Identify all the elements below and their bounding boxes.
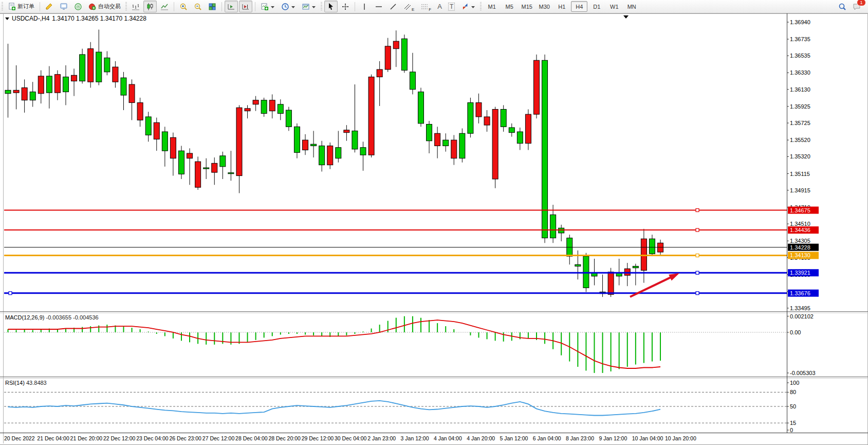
candle-bullish [5, 90, 11, 93]
trendline-tool-button[interactable] [386, 1, 400, 12]
candle-bearish [377, 69, 382, 77]
notifications-button[interactable]: 1 [850, 1, 863, 12]
time-axis-label: 9 Jan 12:00 [599, 435, 627, 441]
channel-tool-button[interactable]: E [401, 1, 417, 12]
chart-shift-button[interactable] [239, 1, 252, 12]
channel-sub-letter: E [412, 7, 414, 12]
line-chart-button[interactable] [158, 1, 171, 12]
line-drag-handle[interactable] [696, 209, 699, 212]
new-order-button[interactable]: 新订单 [5, 1, 37, 12]
auto-scroll-button[interactable] [225, 1, 238, 12]
candle-bullish [46, 76, 52, 93]
toolbar-grip [480, 2, 482, 11]
candle-bullish [649, 239, 655, 254]
candle-bearish [484, 117, 490, 125]
text-tool-button[interactable]: A [435, 1, 445, 12]
auto-trading-button[interactable]: 自动交易 [86, 1, 123, 12]
tile-windows-button[interactable] [206, 1, 219, 12]
tab-timeframe-w1[interactable]: W1 [606, 1, 622, 12]
trendline-icon [389, 3, 397, 11]
bar-chart-button[interactable] [129, 1, 142, 12]
price-line-badge-value: 1.34675 [790, 207, 810, 213]
candle-bullish [352, 131, 358, 149]
search-icon [838, 3, 846, 11]
zoom-out-button[interactable] [191, 1, 205, 12]
price-tick-label: 1.35520 [790, 137, 810, 143]
crosshair-tool-button[interactable] [339, 1, 352, 12]
macd-label: MACD(12,26,9) -0.003655 -0.004536 [5, 314, 99, 321]
periods-button[interactable] [279, 1, 298, 12]
time-axis-label: 8 Jan 23:00 [566, 435, 594, 441]
tab-timeframe-m15[interactable]: M15 [519, 1, 535, 12]
time-axis-label: 2 Jan 23:00 [367, 435, 396, 441]
candle-bearish [236, 108, 242, 175]
candle-bearish [608, 272, 614, 295]
candle-bearish [525, 114, 531, 143]
text-label-tool-button[interactable]: T [446, 1, 457, 12]
metaeditor-button[interactable] [43, 1, 56, 12]
time-axis-label: 3 Jan 12:00 [401, 435, 429, 441]
vertical-line-tool-button[interactable] [358, 1, 371, 12]
candle-bullish [261, 100, 267, 114]
tab-timeframe-h1[interactable]: H1 [553, 1, 570, 12]
price-tick-label: 1.36330 [790, 69, 810, 76]
dropdown-caret-icon [311, 3, 316, 11]
templates-button[interactable] [299, 1, 319, 12]
fibonacci-tool-button[interactable]: F [418, 1, 434, 12]
bar-chart-icon [132, 3, 140, 11]
price-line-badge-value: 1.33921 [790, 270, 810, 276]
search-button[interactable] [836, 1, 849, 12]
strategy-tester-button[interactable] [71, 1, 85, 12]
time-axis-label: 23 Dec 04:00 [136, 435, 169, 441]
candle-bearish [113, 67, 118, 82]
toolbar-separator [221, 2, 222, 11]
chart-symbol-period: USDCAD-,H4 [12, 15, 49, 22]
time-axis-label: 10 Jan 04:00 [632, 435, 663, 441]
line-drag-handle[interactable] [696, 254, 699, 257]
indicators-button[interactable] [258, 1, 278, 12]
auto-trading-label: 自动交易 [98, 3, 121, 10]
candle-bearish [195, 162, 201, 187]
candle-bearish [435, 133, 440, 146]
candle-bullish [401, 39, 407, 70]
candle-bullish [501, 109, 506, 127]
time-axis-label: 20 Dec 2022 [4, 435, 35, 441]
candle-bullish [410, 72, 415, 90]
tab-timeframe-mn[interactable]: MN [623, 1, 640, 12]
signal-icon [74, 3, 82, 11]
horizontal-line-tool-button[interactable] [372, 1, 385, 12]
zoom-in-button[interactable] [177, 1, 190, 12]
tab-timeframe-m1[interactable]: M1 [484, 1, 500, 12]
crosshair-icon [341, 3, 349, 11]
chart-canvas[interactable]: 1.369401.367351.365351.363301.361301.359… [0, 0, 868, 445]
candlestick-chart-button[interactable] [143, 1, 157, 12]
cursor-tool-button[interactable] [324, 1, 338, 12]
tab-timeframe-m5[interactable]: M5 [501, 1, 518, 12]
line-drag-handle[interactable] [696, 271, 699, 274]
line-drag-handle[interactable] [696, 228, 699, 232]
fibo-sub-letter: F [429, 7, 431, 12]
candle-bullish [145, 117, 151, 135]
price-tick-label: 1.36535 [790, 52, 810, 59]
tab-timeframe-m30[interactable]: M30 [536, 1, 552, 12]
toolbar: 新订单 [0, 0, 868, 13]
tab-timeframe-d1[interactable]: D1 [588, 1, 605, 12]
tab-timeframe-h4[interactable]: H4 [571, 1, 587, 12]
candle-bullish [162, 132, 168, 151]
line-drag-handle[interactable] [696, 292, 699, 295]
candle-bullish [30, 92, 35, 100]
candle-bearish [170, 137, 176, 158]
chart-title[interactable]: USDCAD-,H4 1.34170 1.34265 1.34170 1.342… [5, 15, 146, 22]
time-axis-label: 4 Jan 04:00 [434, 435, 462, 441]
candle-bearish [368, 77, 374, 155]
price-tick-label: 1.35925 [790, 103, 810, 110]
line-drag-handle[interactable] [9, 292, 12, 295]
time-axis-label: 4 Jan 20:00 [467, 435, 495, 441]
candle-bullish [360, 148, 366, 155]
time-axis-label: 5 Jan 12:00 [500, 435, 528, 441]
candle-bullish [427, 124, 432, 141]
arrows-tool-button[interactable] [458, 1, 478, 12]
candle-bearish [269, 100, 275, 111]
candle-bearish [212, 163, 217, 172]
terminal-button[interactable] [57, 1, 70, 12]
